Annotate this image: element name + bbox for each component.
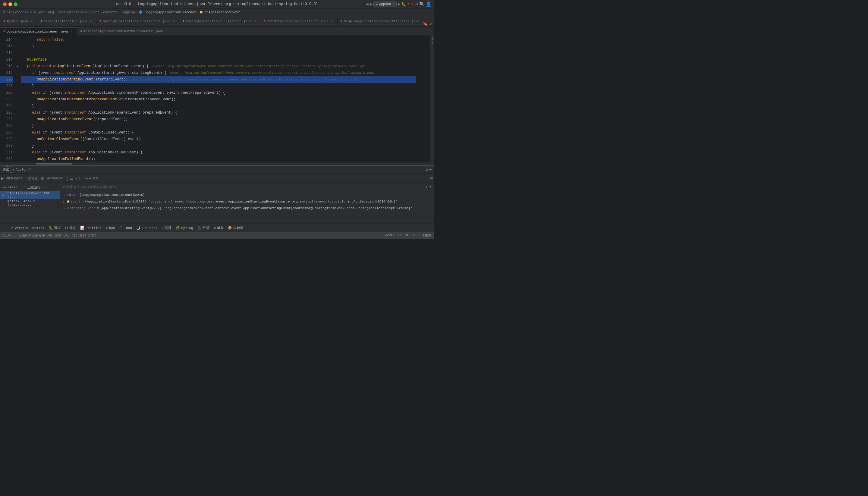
- tab-springapplicationrunlisteners[interactable]: J SpringApplicationRunListeners.java ×: [96, 17, 179, 26]
- tab-springapplication[interactable]: J SpringApplication.java ×: [37, 17, 96, 26]
- tab-close-springapplicationrunlisteners[interactable]: ×: [172, 19, 176, 24]
- avatar-icon[interactable]: 👤: [425, 1, 432, 7]
- problems-btn[interactable]: ⚠ 问题: [160, 225, 174, 231]
- luacheck-btn[interactable]: 🌙 LuaCheck: [135, 226, 159, 231]
- luacheck-icon: 🌙: [136, 226, 140, 230]
- tab-close-springapplicationrunlistener[interactable]: ×: [253, 19, 257, 24]
- tab-apprun[interactable]: J AppRun.java ×: [0, 17, 37, 26]
- endpoints-label: 端点: [69, 226, 76, 230]
- dependencies-icon: 📦: [228, 226, 232, 230]
- tab-close-logging[interactable]: ×: [69, 30, 74, 34]
- run-to-cursor-icon[interactable]: ⇥: [86, 176, 88, 181]
- status-linesep[interactable]: LF: [398, 233, 402, 238]
- sidebar-maven-icon[interactable]: Maven: [431, 37, 434, 44]
- breadcrumb-logging[interactable]: logging: [121, 11, 135, 14]
- tab-close-apprun[interactable]: ×: [30, 19, 34, 24]
- debug-run-close[interactable]: ×: [29, 168, 31, 172]
- breadcrumb-context[interactable]: context: [103, 11, 117, 14]
- breadcrumb-boot[interactable]: boot: [91, 11, 99, 14]
- maximize-button[interactable]: [14, 2, 17, 6]
- frame-item-main[interactable]: main:9, AppRun (com.ossa...: [0, 199, 60, 207]
- add-watch-icon[interactable]: ＋: [425, 184, 428, 189]
- services-btn[interactable]: ⚙ 服务: [212, 225, 226, 231]
- stop-icon[interactable]: ⏹: [411, 2, 414, 6]
- horizontal-scrollbar[interactable]: [0, 162, 434, 165]
- breadcrumb-class[interactable]: LoggingApplicationListener: [144, 11, 196, 14]
- nav-forward-icon[interactable]: ▶: [370, 1, 372, 6]
- var-this-expand-icon[interactable]: ▷: [63, 193, 67, 197]
- run-config-button[interactable]: ▶ AppRun ▾: [373, 1, 397, 7]
- luacheck-label: LuaCheck: [142, 226, 158, 230]
- window-controls[interactable]: [3, 2, 17, 6]
- var-startingevent[interactable]: ▷ ≡ startingEvent = {ApplicationStarting…: [61, 206, 433, 213]
- nav-back-icon[interactable]: ◀: [366, 1, 368, 6]
- debug-settings-icon[interactable]: ⚙: [425, 167, 428, 172]
- tab-actuator[interactable]: Actuator: [45, 176, 65, 181]
- breadcrumb-org[interactable]: org: [48, 11, 54, 14]
- settings-icon[interactable]: ⚙: [416, 1, 418, 6]
- dependencies-btn[interactable]: 📦 依赖项: [226, 225, 245, 231]
- tab-eventpublishingrunlistener[interactable]: J EventPublishingRunListener.java ×: [260, 17, 338, 26]
- status-encoding[interactable]: UTF-8: [405, 233, 415, 238]
- tab-close-abstract[interactable]: ×: [165, 29, 169, 33]
- thread-filter-icon[interactable]: ▾: [42, 185, 44, 189]
- tab-loggingapplicationlistener[interactable]: J LoggingApplicationListener.java ×: [0, 27, 77, 35]
- endpoints-btn[interactable]: ⬡ 端点: [63, 225, 78, 231]
- search-icon[interactable]: 🔍: [419, 1, 424, 6]
- var-this[interactable]: ▷ this = {LoggingApplicationListener@224…: [61, 192, 433, 199]
- run-icon[interactable]: ▶: [398, 1, 400, 6]
- expression-placeholder[interactable]: 评估表达式(⌥F8)或添加监视(⌥⌘F8): [63, 185, 118, 189]
- var-event-expand-icon[interactable]: ▷: [63, 200, 67, 204]
- debug-icon[interactable]: 🐛: [401, 2, 406, 6]
- profiler-btn[interactable]: 📊 Profiler: [78, 226, 103, 231]
- breadcrumb-springframework[interactable]: springframework: [58, 11, 88, 14]
- evaluate-icon[interactable]: ✦: [89, 176, 91, 181]
- version-control-btn[interactable]: ⎇ Version Control: [8, 226, 46, 231]
- todo-icon: ☰: [120, 226, 123, 230]
- checkmark-icon[interactable]: ✓: [430, 21, 432, 27]
- tab-close-eventpublishingrunlistener[interactable]: ×: [330, 19, 334, 24]
- debug-minimize-icon[interactable]: —: [429, 167, 432, 172]
- tab-icon-logging: J: [3, 30, 5, 33]
- code-line-232: onApplicationFailedEvent();: [21, 156, 416, 162]
- var-event[interactable]: ▷ ⬟ event = {ApplicationStartingEvent@22…: [61, 199, 433, 206]
- frame-item-220[interactable]: ▶ onApplicationEvent:220, Lo...: [0, 191, 60, 199]
- thread-dropdown-icon[interactable]: ▾: [45, 185, 47, 189]
- terminal-label: 终端: [203, 226, 210, 230]
- run-config-dropdown-icon: ▾: [392, 2, 393, 6]
- code-line-220: onApplicationStartingEvent(startingEvent…: [21, 76, 416, 83]
- coverage-icon[interactable]: ☂: [407, 2, 409, 6]
- minimize-button[interactable]: [9, 2, 12, 6]
- close-button[interactable]: [3, 2, 6, 6]
- status-position[interactable]: 220:1: [385, 233, 395, 238]
- code-editor[interactable]: return false; } @Override public void on…: [21, 36, 416, 162]
- step-out-icon[interactable]: ↑: [82, 176, 84, 181]
- frames-list-icon[interactable]: ⊟: [93, 176, 95, 181]
- tab-console[interactable]: 控制台: [26, 175, 39, 182]
- todo-btn[interactable]: ☰ TODO: [118, 226, 134, 231]
- var-startingevent-expand-icon[interactable]: ▷: [63, 206, 67, 210]
- code-line-216: [21, 50, 416, 56]
- tabs-container: J AppRun.java × J SpringApplication.java…: [0, 16, 421, 27]
- scrollbar-thumb[interactable]: [36, 163, 72, 165]
- spring-btn[interactable]: 🌿 Spring: [174, 226, 195, 231]
- build-btn[interactable]: ⚒ 构建: [104, 225, 118, 231]
- thread-expand-icon[interactable]: ▾: [1, 185, 3, 189]
- step-into-icon[interactable]: ↓: [78, 176, 81, 181]
- code-line-226: onApplicationPreparedEvent(preparedEvent…: [21, 116, 416, 123]
- debug-btn[interactable]: 🐛 调试: [47, 225, 63, 231]
- status-indent[interactable]: 4 个空格: [418, 233, 432, 238]
- layout-icon[interactable]: ⊡: [430, 176, 433, 181]
- tab-close-springapplication[interactable]: ×: [89, 19, 93, 24]
- variables-icon[interactable]: ⊞: [96, 176, 98, 181]
- show-frames-icon[interactable]: ☰: [70, 176, 74, 181]
- terminal-btn[interactable]: ⬛ 终端: [196, 225, 211, 231]
- bookmark-icon[interactable]: 🔖: [423, 21, 428, 27]
- watch-expand-icon[interactable]: ▾: [430, 184, 432, 189]
- tab-springapplicationrunlistener[interactable]: J SpringApplicationRunListener.java ×: [179, 17, 260, 26]
- tab-simpleapplicationeventmulticaster[interactable]: J SimpleApplicationEventMulticaster.java…: [338, 17, 421, 26]
- step-over-icon[interactable]: ↷: [75, 176, 77, 181]
- breadcrumb-method[interactable]: onApplicationEvent: [204, 11, 240, 14]
- tab-abstractapplicationeventmulticaster[interactable]: J AbstractApplicationEventMulticaster.ja…: [77, 27, 172, 35]
- breadcrumb-jar[interactable]: spring-boot-3.0.0.jar: [2, 11, 44, 14]
